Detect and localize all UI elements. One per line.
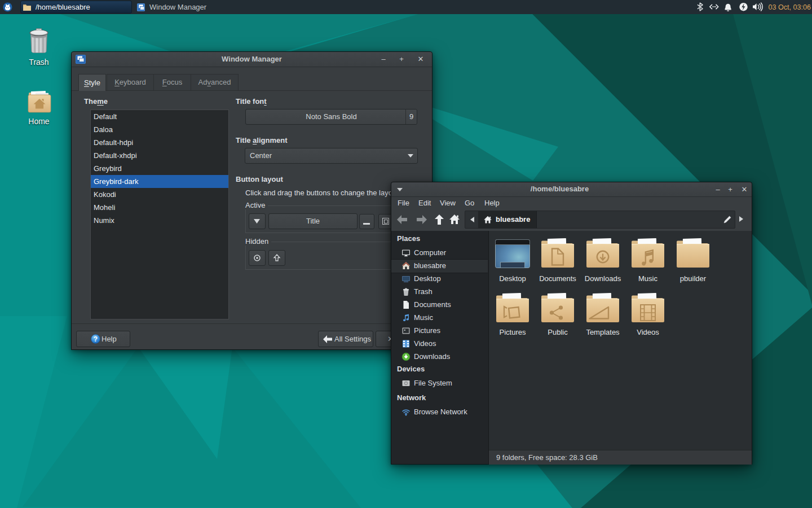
svg-text:03 Oct, 03:06: 03 Oct, 03:06 [768, 3, 811, 11]
svg-text:?: ? [94, 335, 98, 343]
